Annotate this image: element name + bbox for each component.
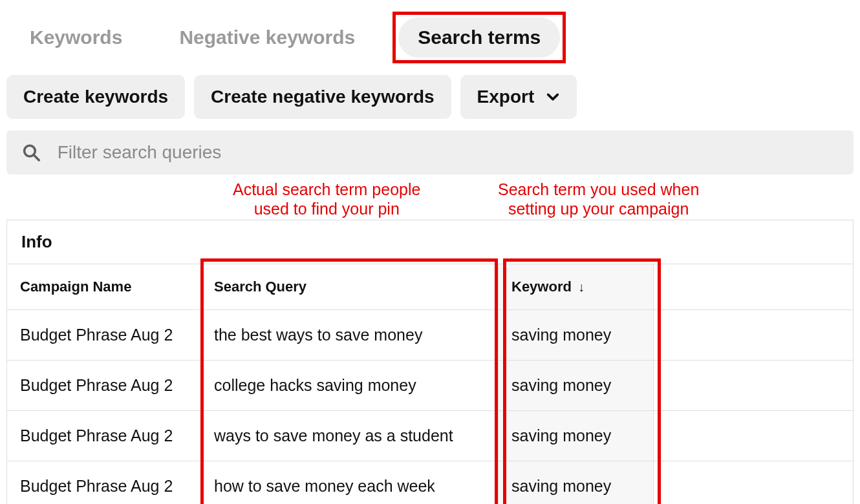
annotation-query: Actual search term people used to find y… — [233, 180, 420, 218]
col-header-search-query[interactable]: Search Query — [201, 264, 499, 310]
cell-campaign: Budget Phrase Aug 2 — [7, 411, 201, 461]
cell-query: the best ways to save money — [201, 310, 499, 361]
cell-keyword: saving money — [499, 461, 654, 505]
cell-query: how to save money each week — [201, 461, 499, 505]
search-icon — [22, 143, 41, 162]
cell-blank — [654, 310, 854, 361]
table-row: Budget Phrase Aug 2 college hacks saving… — [7, 361, 854, 411]
create-keywords-label: Create keywords — [23, 87, 168, 107]
cell-keyword: saving money — [499, 411, 654, 461]
sort-descending-icon: ↓ — [578, 280, 585, 294]
cell-blank — [654, 411, 854, 461]
cell-campaign: Budget Phrase Aug 2 — [7, 310, 201, 361]
create-keywords-button[interactable]: Create keywords — [6, 75, 185, 119]
annotation-keyword: Search term you used when setting up you… — [498, 180, 699, 218]
filter-bar — [6, 131, 854, 174]
table-row: Budget Phrase Aug 2 the best ways to sav… — [7, 310, 854, 361]
info-header: Info — [6, 220, 854, 264]
tabs-bar: Keywords Negative keywords Search terms — [6, 6, 854, 75]
cell-query: college hacks saving money — [201, 361, 499, 411]
export-button[interactable]: Export — [460, 75, 577, 119]
col-header-keyword-label: Keyword — [511, 278, 572, 295]
svg-line-1 — [34, 155, 39, 160]
highlight-box-tab: Search terms — [392, 12, 566, 63]
cell-blank — [654, 361, 854, 411]
col-header-blank — [654, 264, 854, 310]
annotations: Actual search term people used to find y… — [6, 180, 854, 220]
col-header-keyword[interactable]: Keyword ↓ — [499, 264, 654, 310]
col-header-campaign[interactable]: Campaign Name — [7, 264, 201, 310]
cell-campaign: Budget Phrase Aug 2 — [7, 461, 201, 505]
cell-keyword: saving money — [499, 361, 654, 411]
create-negative-label: Create negative keywords — [211, 87, 435, 107]
export-label: Export — [477, 87, 535, 107]
toolbar: Create keywords Create negative keywords… — [6, 75, 854, 128]
tab-keywords[interactable]: Keywords — [10, 17, 142, 58]
table-row: Budget Phrase Aug 2 how to save money ea… — [7, 461, 854, 505]
cell-campaign: Budget Phrase Aug 2 — [7, 361, 201, 411]
table-header-row: Campaign Name Search Query Keyword ↓ — [7, 264, 854, 310]
search-terms-table: Campaign Name Search Query Keyword ↓ Bud… — [6, 264, 854, 504]
tab-negative-keywords[interactable]: Negative keywords — [160, 17, 374, 58]
tab-search-terms[interactable]: Search terms — [398, 17, 560, 58]
table-row: Budget Phrase Aug 2 ways to save money a… — [7, 411, 854, 461]
table-container: Info Campaign Name Search Query Keyword … — [6, 220, 854, 504]
create-negative-keywords-button[interactable]: Create negative keywords — [194, 75, 451, 119]
cell-blank — [654, 461, 854, 505]
cell-keyword: saving money — [499, 310, 654, 361]
search-queries-filter-input[interactable] — [58, 142, 838, 163]
cell-query: ways to save money as a student — [201, 411, 499, 461]
chevron-down-icon — [546, 90, 560, 104]
